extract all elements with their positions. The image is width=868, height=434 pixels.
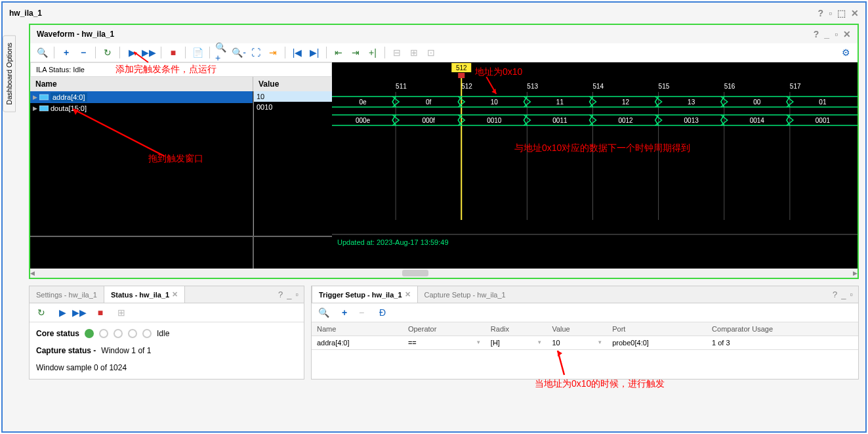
waveform-display[interactable]: 地址为0x10 与地址0x10对应的数据下一个时钟周期得到 512 511 51… <box>332 62 858 269</box>
help-icon[interactable]: ? <box>817 8 823 18</box>
minimize-icon[interactable]: _ <box>841 290 846 299</box>
svg-text:11: 11 <box>556 98 564 106</box>
trigger-row[interactable]: addra[4:0] ==▾ [H]▾ 10▾ probe0[4:0] 1 of… <box>312 336 858 350</box>
svg-text:12: 12 <box>622 98 630 106</box>
run-fast-icon[interactable]: ▶▶ <box>142 46 155 59</box>
dashboard-options-tab[interactable]: Dashboard Options <box>3 35 16 112</box>
disabled-icon: ⊞ <box>407 46 421 59</box>
disabled-icon: ⊟ <box>390 46 403 59</box>
edge-icon[interactable]: Ð <box>376 306 389 319</box>
waveform-toolbar: 🔍 + − ↻ ▶ ▶▶ ■ 📄 🔍+ 🔍- ⛶ ⇥ |◀ <box>30 43 858 62</box>
tab-capture-setup[interactable]: Capture Setup - hw_ila_1 <box>418 287 512 303</box>
name-column-header[interactable]: Name <box>30 77 253 91</box>
tab-status[interactable]: Status - hw_ila_1✕ <box>104 286 185 303</box>
ila-status: ILA Status: Idle <box>30 62 332 77</box>
settings-icon[interactable]: ⚙ <box>839 46 852 59</box>
svg-text:0010: 0010 <box>487 117 502 124</box>
run-icon[interactable]: ▶ <box>56 306 69 319</box>
svg-text:512: 512 <box>461 83 472 90</box>
tab-settings[interactable]: Settings - hw_ila_1 <box>30 287 104 303</box>
add-marker-icon[interactable]: +| <box>366 46 379 59</box>
trigger-comparator: 1 of 3 <box>707 336 858 350</box>
trigger-value[interactable]: 10▾ <box>547 336 607 350</box>
go-to-cursor-icon[interactable]: ⇥ <box>266 46 279 59</box>
close-icon[interactable]: ✕ <box>405 290 411 299</box>
chevron-right-icon[interactable]: ▶ <box>33 105 37 112</box>
svg-text:0e: 0e <box>359 98 367 106</box>
export-icon[interactable]: 📄 <box>191 46 204 59</box>
disabled-icon: ⊡ <box>424 46 438 59</box>
next-edge-icon[interactable]: ⇥ <box>349 46 362 59</box>
chevron-right-icon[interactable]: ▶ <box>33 94 37 100</box>
trigger-panel: Trigger Setup - hw_ila_1✕ Capture Setup … <box>311 286 859 380</box>
chevron-down-icon: ▾ <box>598 339 602 345</box>
run-icon[interactable]: ▶ <box>125 46 138 59</box>
zoom-fit-icon[interactable]: ⛶ <box>249 46 262 59</box>
search-icon[interactable]: 🔍 <box>317 306 330 319</box>
help-icon[interactable]: ? <box>278 290 283 299</box>
svg-text:000f: 000f <box>422 117 435 124</box>
signal-name[interactable]: douta[15:0] <box>51 104 87 112</box>
minimize-icon[interactable]: _ <box>287 290 291 299</box>
maximize-icon[interactable]: ⬚ <box>837 8 846 18</box>
col-radix[interactable]: Radix <box>486 322 547 336</box>
restore-icon[interactable]: ▫ <box>295 290 299 299</box>
refresh-icon[interactable]: ↻ <box>101 46 114 59</box>
svg-rect-0 <box>39 95 49 100</box>
zoom-out-icon[interactable]: 🔍- <box>232 46 245 59</box>
plus-icon[interactable]: + <box>338 306 351 319</box>
close-icon[interactable]: ✕ <box>851 8 859 18</box>
prev-edge-icon[interactable]: ⇤ <box>332 46 345 59</box>
refresh-icon[interactable]: ↻ <box>35 306 48 319</box>
horizontal-scrollbar[interactable]: ◀▶ <box>30 269 858 278</box>
run-fast-icon[interactable]: ▶▶ <box>73 306 86 319</box>
signal-value-row[interactable]: 0010 <box>254 102 332 112</box>
signal-row-addra[interactable]: ▶ addra[4:0] <box>30 91 253 103</box>
svg-text:0014: 0014 <box>750 117 765 124</box>
stop-icon[interactable]: ■ <box>167 46 180 59</box>
last-icon[interactable]: ▶| <box>308 46 321 59</box>
svg-text:511: 511 <box>396 83 407 90</box>
disabled-icon: ⊞ <box>115 306 128 319</box>
value-column-header[interactable]: Value <box>253 77 332 91</box>
capture-status-label: Capture status - <box>36 346 96 355</box>
restore-icon[interactable]: ▫ <box>850 290 853 299</box>
trigger-operator[interactable]: ==▾ <box>403 336 486 350</box>
signal-empty-area[interactable]: 拖到触发窗口 <box>30 114 253 206</box>
help-icon[interactable]: ? <box>833 290 837 299</box>
svg-text:Updated at: 2023-Aug-17 13:59:: Updated at: 2023-Aug-17 13:59:49 <box>337 238 449 246</box>
col-value[interactable]: Value <box>547 322 607 336</box>
trigger-radix[interactable]: [H]▾ <box>486 336 547 350</box>
col-operator[interactable]: Operator <box>403 322 486 336</box>
help-icon[interactable]: ? <box>814 29 819 39</box>
svg-text:10: 10 <box>491 98 499 106</box>
trigger-port: probe0[4:0] <box>607 336 707 350</box>
chevron-down-icon: ▾ <box>477 339 480 345</box>
svg-text:13: 13 <box>688 98 695 106</box>
zoom-in-icon[interactable]: 🔍+ <box>215 46 228 59</box>
plus-icon[interactable]: + <box>60 46 73 59</box>
restore-icon[interactable]: ▫ <box>829 8 832 18</box>
svg-rect-4 <box>458 73 465 78</box>
signal-value-row[interactable]: 10 <box>254 91 332 102</box>
close-icon[interactable]: ✕ <box>843 29 851 39</box>
col-port[interactable]: Port <box>607 322 707 336</box>
search-icon[interactable]: 🔍 <box>35 46 49 59</box>
signal-row-douta[interactable]: ▶ douta[15:0] <box>30 103 253 114</box>
svg-text:0013: 0013 <box>684 117 699 124</box>
col-comparator[interactable]: Comparator Usage <box>707 322 858 336</box>
first-icon[interactable]: |◀ <box>291 46 304 59</box>
status-panel: Settings - hw_ila_1 Status - hw_ila_1✕ ?… <box>29 286 304 380</box>
minimize-icon[interactable]: _ <box>824 29 829 39</box>
restore-icon[interactable]: ▫ <box>835 29 838 39</box>
waveform-panel: Waveform - hw_ila_1 ? _ ▫ ✕ 🔍 + − ↻ ▶ ▶▶ <box>29 24 859 279</box>
minus-icon[interactable]: − <box>77 46 90 59</box>
tab-trigger-setup[interactable]: Trigger Setup - hw_ila_1✕ <box>312 286 418 303</box>
signal-name[interactable]: addra[4:0] <box>51 93 87 102</box>
window-sample: Window sample 0 of 1024 <box>36 363 297 372</box>
col-name[interactable]: Name <box>312 322 403 336</box>
minus-icon: − <box>355 306 368 319</box>
bus-icon <box>39 93 49 101</box>
close-icon[interactable]: ✕ <box>172 290 178 299</box>
stop-icon[interactable]: ■ <box>94 306 107 319</box>
